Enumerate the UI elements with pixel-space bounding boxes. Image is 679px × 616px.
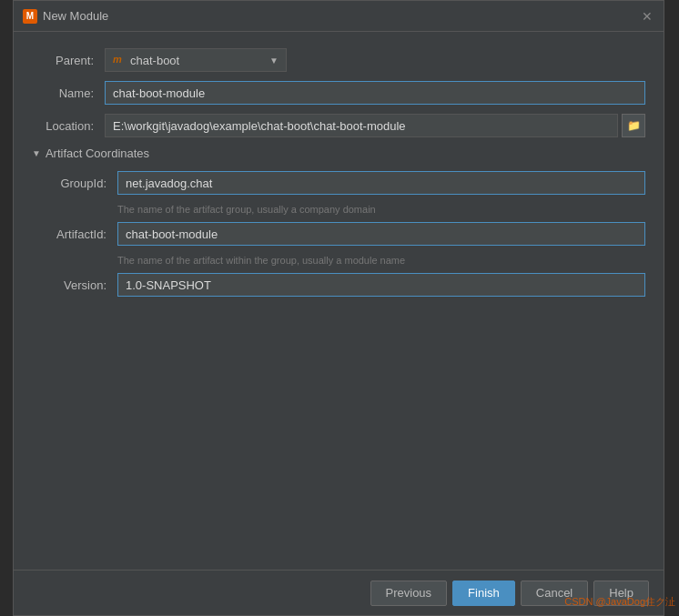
artifactid-hint: The name of the artifact within the grou…: [45, 255, 645, 266]
name-control: [105, 81, 645, 105]
expand-arrow-icon: ▼: [32, 148, 41, 158]
dialog-title: New Module: [43, 9, 108, 23]
version-row: Version:: [45, 273, 645, 297]
parent-label: Parent:: [32, 54, 105, 67]
maven-icon: m: [113, 54, 126, 66]
groupid-label: GroupId:: [45, 177, 117, 190]
location-input[interactable]: [105, 114, 618, 137]
location-row-inner: 📁: [105, 114, 645, 137]
location-control: 📁: [105, 114, 645, 137]
location-label: Location:: [32, 119, 105, 133]
parent-row: Parent: m chat-boot ▼: [32, 48, 645, 72]
folder-icon: 📁: [627, 119, 641, 132]
version-input[interactable]: [117, 273, 645, 297]
name-row: Name:: [32, 81, 645, 105]
previous-button[interactable]: Previous: [370, 581, 448, 606]
groupid-row: GroupId:: [45, 171, 645, 195]
groupid-hint: The name of the artifact group, usually …: [45, 204, 645, 215]
app-icon: M: [23, 9, 37, 24]
close-button[interactable]: ✕: [640, 9, 654, 24]
chevron-down-icon: ▼: [269, 56, 279, 66]
location-row: Location: 📁: [32, 114, 645, 137]
artifactid-row: ArtifactId:: [45, 222, 645, 246]
artifact-section-title: Artifact Coordinates: [46, 146, 149, 160]
name-label: Name:: [32, 86, 105, 100]
artifact-content: GroupId: The name of the artifact group,…: [32, 171, 645, 297]
title-bar-left: M New Module: [23, 9, 108, 24]
dialog-window: M New Module ✕ Parent: m chat-boot ▼: [13, 0, 664, 616]
name-input[interactable]: [105, 81, 645, 105]
finish-button[interactable]: Finish: [452, 581, 515, 606]
artifactid-input[interactable]: [117, 222, 645, 246]
dropdown-inner: m chat-boot: [113, 54, 179, 67]
parent-dropdown-value: chat-boot: [130, 54, 179, 67]
dialog-content: Parent: m chat-boot ▼ Name:: [14, 32, 664, 570]
title-bar: M New Module ✕: [14, 1, 664, 32]
groupid-input[interactable]: [117, 171, 645, 195]
parent-control: m chat-boot ▼: [105, 48, 645, 72]
version-control: [117, 273, 645, 297]
artifactid-control: [117, 222, 645, 246]
browse-button[interactable]: 📁: [622, 114, 645, 137]
version-label: Version:: [45, 278, 117, 292]
artifact-section-header[interactable]: ▼ Artifact Coordinates: [32, 146, 645, 160]
artifactid-label: ArtifactId:: [45, 227, 117, 241]
parent-dropdown[interactable]: m chat-boot ▼: [105, 48, 287, 72]
watermark-text: CSDN @JavaDog住ク沚: [564, 595, 675, 609]
groupid-control: [117, 171, 645, 195]
dialog-overlay: M New Module ✕ Parent: m chat-boot ▼: [0, 0, 679, 616]
